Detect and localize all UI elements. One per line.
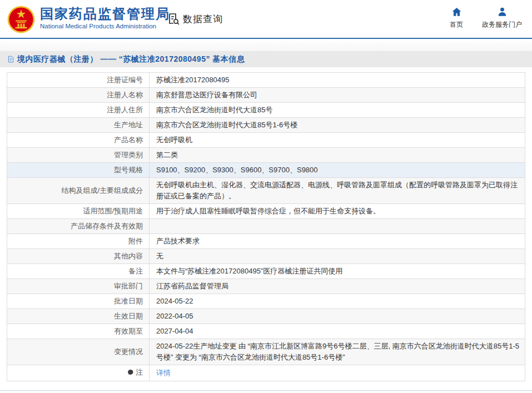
row-value: 无 bbox=[150, 249, 525, 264]
row-label: 注册证编号 bbox=[7, 73, 150, 88]
row-value: 2024-05-22 bbox=[150, 294, 525, 309]
row-label: 其他内容 bbox=[7, 249, 150, 264]
row-value: 江苏省药品监督管理局 bbox=[150, 279, 525, 294]
page-title: 境内医疗器械（注册） —— “苏械注准20172080495” 基本信息 bbox=[17, 54, 245, 64]
header-substrip bbox=[0, 39, 532, 51]
row-value: 2024-05-22生产地址变更 由 “南京市江北新区博富路9号6号楼二层、三层… bbox=[150, 339, 525, 365]
nav-home[interactable]: 首页 bbox=[450, 7, 463, 29]
table-row: 其他内容 无 bbox=[7, 249, 525, 264]
table-row: 批准日期 2024-05-22 bbox=[7, 294, 525, 309]
row-value: 南京舒普思达医疗设备有限公司 bbox=[150, 88, 525, 103]
nav-home-label[interactable]: 首页 bbox=[450, 20, 463, 29]
footer-divider bbox=[0, 390, 532, 393]
nav-gov-portal[interactable]: 政务服务门户 bbox=[482, 7, 522, 29]
top-nav: 首页 政务服务门户 bbox=[450, 7, 522, 29]
row-value bbox=[150, 219, 525, 234]
row-label: 注册人住所 bbox=[7, 103, 150, 118]
table-row: 管理类别 第二类 bbox=[7, 148, 525, 163]
user-icon bbox=[497, 7, 508, 17]
row-label: 变更情况 bbox=[7, 339, 150, 365]
table-row-note: 注 详情 bbox=[7, 365, 525, 381]
detail-link[interactable]: 详情 bbox=[156, 369, 171, 377]
table-row: 注册人住所 南京市六合区龙池街道时代大道85号 bbox=[7, 103, 525, 118]
row-label: 管理类别 bbox=[7, 148, 150, 163]
row-value: S9100、S9200、S9300、S9600、S9700、S9800 bbox=[150, 163, 525, 178]
row-value: 2022-04-05 bbox=[150, 309, 525, 324]
row-label: 型号规格 bbox=[7, 163, 150, 178]
row-label: 产品名称 bbox=[7, 133, 150, 148]
row-label: 结构及组成/主要组成成分 bbox=[7, 178, 150, 204]
breadcrumb: 境内医疗器械（注册） —— “苏械注准20172080495” 基本信息 bbox=[0, 51, 532, 67]
nav-gov-portal-label[interactable]: 政务服务门户 bbox=[482, 20, 522, 29]
row-label: 注 bbox=[136, 367, 143, 378]
table-row: 变更情况 2024-05-22生产地址变更 由 “南京市江北新区博富路9号6号楼… bbox=[7, 339, 525, 365]
registration-info-table: 注册证编号 苏械注准20172080495 注册人名称 南京舒普思达医疗设备有限… bbox=[7, 72, 525, 381]
row-value: 用于治疗成人阻塞性睡眠呼吸暂停综合症，但不能用于生命支持设备。 bbox=[150, 204, 525, 219]
row-label: 附件 bbox=[7, 234, 150, 249]
row-value: 产品技术要求 bbox=[150, 234, 525, 249]
data-query-section: 数据查询 bbox=[167, 12, 223, 26]
table-row: 附件 产品技术要求 bbox=[7, 234, 525, 249]
row-value: 无创呼吸机 bbox=[150, 133, 525, 148]
row-label: 有效期至 bbox=[7, 324, 150, 339]
note-icon bbox=[127, 369, 134, 376]
row-label: 产品储存条件及有效期 bbox=[7, 219, 150, 234]
row-label: 注册人名称 bbox=[7, 88, 150, 103]
row-label: 审批部门 bbox=[7, 279, 150, 294]
org-name: 国家药品监督管理局 bbox=[40, 7, 170, 21]
row-label: 批准日期 bbox=[7, 294, 150, 309]
data-query-icon bbox=[167, 12, 180, 26]
row-label: 适用范围/预期用途 bbox=[7, 204, 150, 219]
table-row: 生产地址 南京市六合区龙池街道时代大道85号1-6号楼 bbox=[7, 118, 525, 133]
row-value: 本文件与“苏械注准20172080495”医疗器械注册证共同使用 bbox=[150, 264, 525, 279]
row-label: 生效日期 bbox=[7, 309, 150, 324]
home-icon bbox=[451, 7, 462, 17]
national-emblem-icon bbox=[7, 5, 36, 34]
data-query-title: 数据查询 bbox=[183, 13, 223, 26]
table-row: 结构及组成/主要组成成分 无创呼吸机由主机、湿化器、交流电源适配器、电源线、呼吸… bbox=[7, 178, 525, 204]
row-label: 生产地址 bbox=[7, 118, 150, 133]
table-row: 注册证编号 苏械注准20172080495 bbox=[7, 73, 525, 88]
document-icon bbox=[7, 56, 14, 63]
table-row: 生效日期 2022-04-05 bbox=[7, 309, 525, 324]
table-row: 备注 本文件与“苏械注准20172080495”医疗器械注册证共同使用 bbox=[7, 264, 525, 279]
row-value: 2027-04-04 bbox=[150, 324, 525, 339]
table-row: 注册人名称 南京舒普思达医疗设备有限公司 bbox=[7, 88, 525, 103]
table-row-highlighted: 型号规格 S9100、S9200、S9300、S9600、S9700、S9800 bbox=[7, 163, 525, 178]
row-value: 南京市六合区龙池街道时代大道85号 bbox=[150, 103, 525, 118]
row-label: 备注 bbox=[7, 264, 150, 279]
table-row: 适用范围/预期用途 用于治疗成人阻塞性睡眠呼吸暂停综合症，但不能用于生命支持设备… bbox=[7, 204, 525, 219]
table-row: 产品名称 无创呼吸机 bbox=[7, 133, 525, 148]
page-header: 国家药品监督管理局 National Medical Products Admi… bbox=[0, 0, 532, 39]
org-name-english: National Medical Products Administration bbox=[40, 23, 170, 29]
row-value: 南京市六合区龙池街道时代大道85号1-6号楼 bbox=[150, 118, 525, 133]
row-value: 无创呼吸机由主机、湿化器、交流电源适配器、电源线、呼吸管路及面罩组成（配置的呼吸… bbox=[150, 178, 525, 204]
table-row: 产品储存条件及有效期 bbox=[7, 219, 525, 234]
row-value: 第二类 bbox=[150, 148, 525, 163]
table-row: 有效期至 2027-04-04 bbox=[7, 324, 525, 339]
table-row: 审批部门 江苏省药品监督管理局 bbox=[7, 279, 525, 294]
row-value: 苏械注准20172080495 bbox=[150, 73, 525, 88]
